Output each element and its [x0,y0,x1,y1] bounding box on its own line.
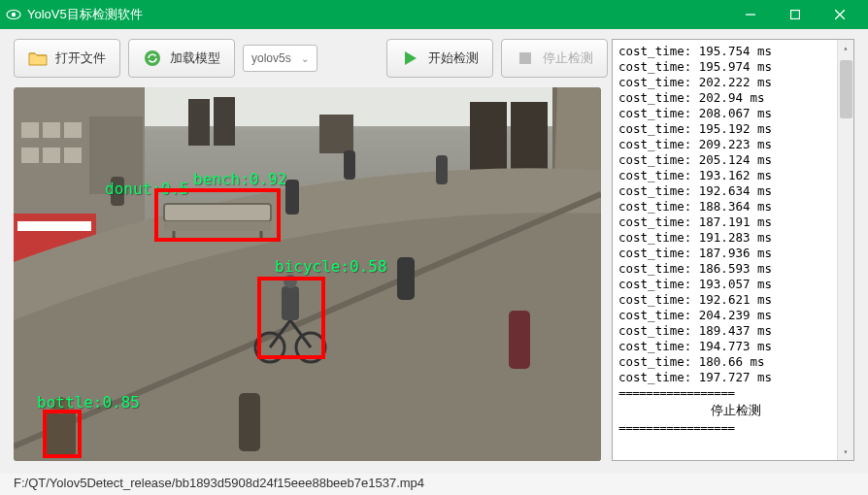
detection-box [257,277,325,359]
svg-rect-15 [64,148,82,163]
folder-icon [28,50,48,67]
detection-label: bench:0.92 [193,170,286,188]
log-line: cost_time: 205.124 ms [618,152,853,168]
toolbar: 打开文件 加载模型 yolov5s ⌄ 开始检测 停止检测 [14,39,608,78]
window-title: YoloV5目标检测软件 [27,6,728,23]
svg-rect-12 [64,122,82,138]
detection-label: bicycle:0.58 [275,257,387,276]
chevron-down-icon: ⌄ [301,53,309,64]
log-line: cost_time: 208.067 ms [618,106,853,121]
svg-rect-20 [214,97,235,146]
model-select-value: yolov5s [251,51,291,65]
load-model-button[interactable]: 加载模型 [128,39,235,78]
log-line: cost_time: 202.222 ms [618,75,853,90]
scroll-up-icon[interactable]: ▴ [838,40,853,56]
log-line: cost_time: 209.223 ms [618,137,853,152]
log-line: cost_time: 202.94 ms [618,90,853,106]
model-select[interactable]: yolov5s ⌄ [243,45,317,72]
status-path: F:/QT/Yolov5Detect_release/bb1893d5908d2… [14,476,424,490]
svg-rect-40 [397,257,415,300]
svg-rect-11 [43,122,60,138]
open-file-label: 打开文件 [55,50,106,67]
load-model-label: 加载模型 [170,50,220,67]
play-icon [401,50,420,67]
log-line: cost_time: 191.283 ms [618,230,853,246]
close-button[interactable] [818,0,862,29]
log-line: cost_time: 197.727 ms [618,370,853,385]
svg-rect-43 [239,393,260,451]
svg-rect-19 [188,99,210,146]
log-panel: cost_time: 195.754 mscost_time: 195.974 … [612,39,854,461]
log-line: cost_time: 204.239 ms [618,308,853,323]
content-area: 打开文件 加载模型 yolov5s ⌄ 开始检测 停止检测 [0,29,868,474]
detection-box [43,410,82,458]
minimize-button[interactable] [728,0,773,29]
log-line: cost_time: 194.773 ms [618,339,853,354]
statusbar: F:/QT/Yolov5Detect_release/bb1893d5908d2… [0,474,868,495]
svg-rect-39 [344,150,355,180]
log-line: cost_time: 187.936 ms [618,246,853,261]
svg-point-6 [145,50,160,66]
log-line: cost_time: 192.621 ms [618,292,853,308]
svg-rect-22 [470,102,507,170]
log-line: cost_time: 195.974 ms [618,59,853,75]
log-line: cost_time: 193.162 ms [618,168,853,183]
svg-rect-38 [285,180,299,214]
stop-icon [516,50,535,67]
log-line: cost_time: 193.057 ms [618,277,853,292]
log-line: cost_time: 192.634 ms [618,183,853,199]
svg-rect-18 [17,221,91,231]
stop-detect-button[interactable]: 停止检测 [501,39,608,78]
svg-rect-41 [436,155,448,184]
log-separator: ================= [618,385,853,401]
svg-rect-3 [791,11,800,19]
scroll-thumb[interactable] [840,60,852,118]
log-line: cost_time: 186.593 ms [618,261,853,277]
svg-rect-21 [319,115,353,153]
svg-rect-42 [509,311,530,369]
log-line: cost_time: 180.66 ms [618,354,853,370]
svg-rect-14 [43,148,60,163]
open-file-button[interactable]: 打开文件 [14,39,120,78]
log-line: cost_time: 189.437 ms [618,323,853,339]
detection-image: donut:0.5 bench:0.92 bicycle:0.58 bottle… [14,87,601,461]
app-eye-icon [6,7,21,22]
log-line: cost_time: 195.754 ms [618,44,853,59]
detection-box [154,188,281,242]
log-line: cost_time: 187.191 ms [618,214,853,230]
log-line: cost_time: 195.192 ms [618,121,853,137]
svg-rect-10 [21,122,39,138]
svg-rect-13 [21,148,39,163]
svg-rect-23 [511,102,548,170]
scroll-down-icon[interactable]: ▾ [838,444,853,460]
stop-detect-label: 停止检测 [543,50,593,67]
log-stop-text: 停止检测 [618,401,853,420]
svg-point-1 [12,13,16,16]
maximize-button[interactable] [773,0,818,29]
log-scrollbar[interactable]: ▴ ▾ [837,40,853,460]
log-separator: ================= [618,420,853,436]
log-line: cost_time: 188.364 ms [618,199,853,214]
start-detect-button[interactable]: 开始检测 [386,39,493,78]
refresh-icon [143,50,162,67]
svg-rect-7 [519,52,531,64]
start-detect-label: 开始检测 [428,50,479,67]
titlebar: YoloV5目标检测软件 [0,0,868,29]
